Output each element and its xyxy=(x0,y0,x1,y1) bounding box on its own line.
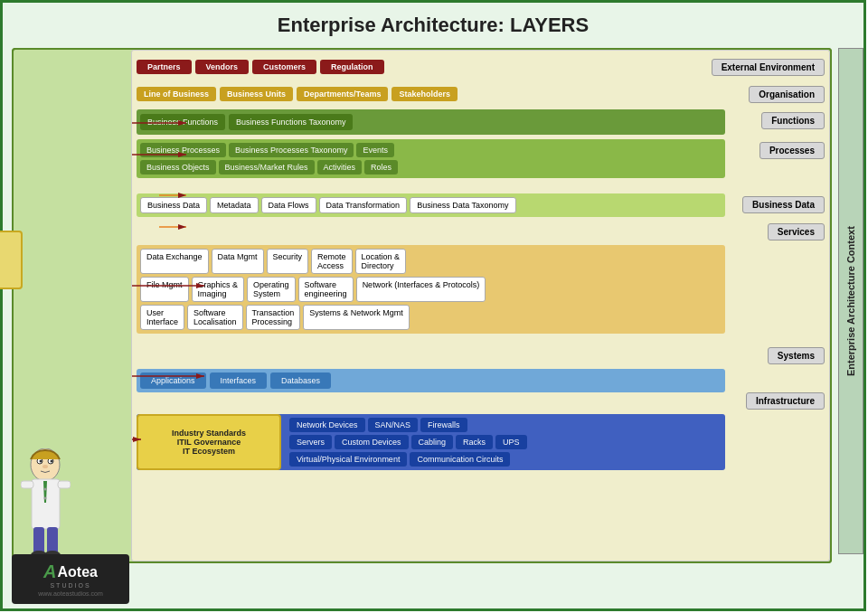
infra-firewalls: Firewalls xyxy=(420,418,467,432)
infra-network-devices: Network Devices xyxy=(289,418,365,432)
svg-point-11 xyxy=(40,460,42,463)
bdata-business-data: Business Data xyxy=(140,197,207,213)
svc-data-exchange: Data Exchange xyxy=(140,249,209,274)
org-stakeholders: Stakeholders xyxy=(392,87,458,101)
svg-rect-21 xyxy=(47,527,58,554)
svg-rect-19 xyxy=(58,481,71,488)
svc-software-localisation: SoftwareLocalisation xyxy=(187,305,243,330)
right-context-label: Enterprise Architecture Context xyxy=(838,48,863,554)
svc-security: Security xyxy=(267,249,309,274)
svg-rect-20 xyxy=(33,527,44,554)
svc-file-mgmt: File Mgmt xyxy=(140,277,189,302)
functions-label: Functions xyxy=(761,112,825,129)
svc-user-interface: UserInterface xyxy=(140,305,184,330)
infra-custom-devices: Custom Devices xyxy=(335,435,409,449)
proc-events: Events xyxy=(356,143,394,157)
proc-roles: Roles xyxy=(364,160,398,174)
proc-business-market-rules: Business/Market Rules xyxy=(219,160,315,174)
bdata-data-transformation: Data Transformation xyxy=(319,197,408,213)
logo-brand: A Aotea xyxy=(43,561,98,582)
infra-virtual-physical: Virtual/Physical Environment xyxy=(289,452,407,467)
svg-rect-18 xyxy=(21,481,33,488)
svg-point-17 xyxy=(44,497,47,500)
svg-point-12 xyxy=(51,460,53,463)
page-title: Enterprise Architecture: LAYERS xyxy=(3,3,863,42)
business-data-label: Business Data xyxy=(742,196,825,213)
ext-vendors: Vendors xyxy=(195,60,250,74)
outer-border: Enterprise Architecture: LAYERS Enterpri… xyxy=(0,0,866,611)
external-env-label: External Environment xyxy=(712,59,825,76)
processes-label: Processes xyxy=(760,142,825,159)
ext-customers: Customers xyxy=(252,60,316,74)
ext-regulation: Regulation xyxy=(320,60,384,74)
infra-san-nas: SAN/NAS xyxy=(368,418,419,432)
svc-location-directory: Location &Directory xyxy=(355,249,407,274)
svc-operating-system: OperatingSystem xyxy=(247,277,296,302)
enterprise-standards-box: EnterpriseStandards &Policies xyxy=(0,231,23,289)
svc-remote-access: RemoteAccess xyxy=(311,249,353,274)
infra-racks: Racks xyxy=(456,435,493,449)
proc-activities: Activities xyxy=(317,160,363,174)
bdata-metadata: Metadata xyxy=(210,197,259,213)
func-business-functions: Business Functions xyxy=(140,114,225,130)
svg-point-13 xyxy=(42,465,48,468)
ext-partners: Partners xyxy=(137,60,192,74)
organisation-label: Organisation xyxy=(749,86,825,103)
sys-databases: Databases xyxy=(270,373,331,389)
org-depts: Departments/Teams xyxy=(297,87,388,101)
bdata-data-flows: Data Flows xyxy=(261,197,316,213)
logo-studios: STUDIOS xyxy=(50,582,90,589)
systems-label: Systems xyxy=(768,347,825,364)
infra-communication-circuits: Communication Circuits xyxy=(410,452,510,467)
logo-url: www.aoteastudios.com xyxy=(38,590,103,597)
org-bus-units: Business Units xyxy=(220,87,293,101)
sys-interfaces: Interfaces xyxy=(210,373,268,389)
infrastructure-label: Infrastructure xyxy=(746,392,825,410)
proc-business-processes: Business Processes xyxy=(140,143,226,157)
func-business-functions-taxonomy: Business Functions Taxonomy xyxy=(229,114,353,130)
industry-standards-box: Industry StandardsITIL GovernanceIT Ecos… xyxy=(137,414,281,470)
svc-transaction-processing: TransactionProcessing xyxy=(246,305,301,330)
svc-software-engineering: Softwareengineering xyxy=(298,277,354,302)
svc-systems-network-mgmt: Systems & Network Mgmt xyxy=(303,305,410,330)
svc-data-mgmt: Data Mgmt xyxy=(212,249,264,274)
infra-servers: Servers xyxy=(289,435,332,449)
bdata-business-data-taxonomy: Business Data Taxonomy xyxy=(410,197,515,213)
proc-business-processes-taxonomy: Business Processes Taxonomy xyxy=(229,143,354,157)
logo-area: A Aotea STUDIOS www.aoteastudios.com xyxy=(12,554,129,604)
infra-cabling: Cabling xyxy=(411,435,454,449)
services-label: Services xyxy=(768,223,825,240)
proc-business-objects: Business Objects xyxy=(140,160,216,174)
character-figure xyxy=(21,448,71,561)
svc-network: Network (Interfaces & Protocols) xyxy=(356,277,486,302)
sys-applications: Applications xyxy=(140,373,206,389)
svc-graphics-imaging: Graphics &Imaging xyxy=(192,277,245,302)
svg-point-16 xyxy=(44,488,47,491)
org-lob: Line of Business xyxy=(137,87,216,101)
infra-ups: UPS xyxy=(495,435,527,449)
